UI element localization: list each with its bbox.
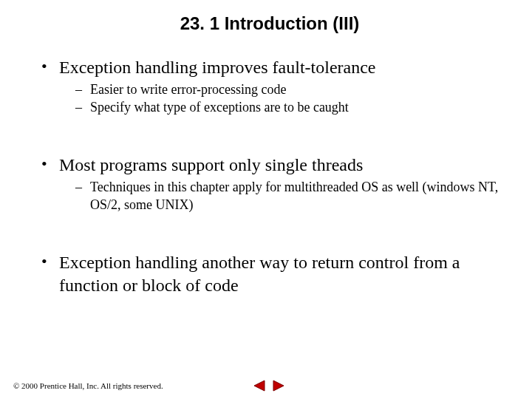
sub-item: Techniques in this chapter apply for mul… — [59, 178, 502, 214]
bullet-list: Exception handling improves fault-tolera… — [37, 56, 502, 297]
bullet-item: Exception handling improves fault-tolera… — [37, 56, 502, 117]
sub-list: Easier to write error-processing code Sp… — [59, 81, 502, 117]
slide: 23. 1 Introduction (III) Exception handl… — [0, 0, 532, 399]
bullet-text: Most programs support only single thread… — [59, 155, 363, 174]
bullet-text: Exception handling another way to return… — [59, 253, 460, 295]
svg-marker-1 — [273, 381, 284, 391]
sub-list: Techniques in this chapter apply for mul… — [59, 178, 502, 214]
triangle-right-icon — [272, 380, 285, 392]
bullet-item: Most programs support only single thread… — [37, 154, 502, 214]
svg-marker-0 — [254, 381, 265, 391]
next-button[interactable] — [272, 378, 285, 391]
sub-item: Specify what type of exceptions are to b… — [59, 98, 502, 116]
bullet-item: Exception handling another way to return… — [37, 251, 502, 297]
prev-button[interactable] — [253, 378, 269, 391]
copyright-footer: © 2000 Prentice Hall, Inc. All rights re… — [13, 381, 163, 390]
bullet-text: Exception handling improves fault-tolera… — [59, 58, 376, 77]
slide-title: 23. 1 Introduction (III) — [37, 13, 502, 34]
nav-buttons — [251, 378, 287, 392]
sub-item: Easier to write error-processing code — [59, 81, 502, 98]
triangle-left-icon — [253, 380, 266, 392]
